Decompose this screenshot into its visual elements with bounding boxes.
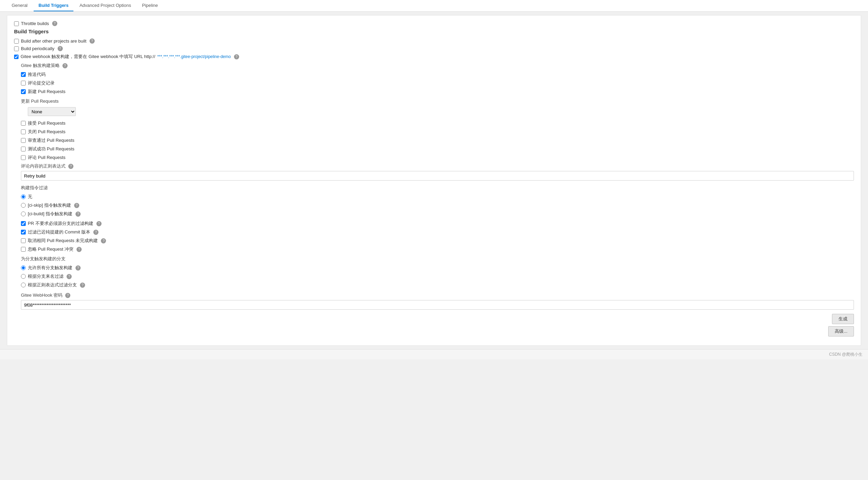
tab-bar: General Build Triggers Advanced Project … — [0, 0, 868, 12]
filter-by-name-radio[interactable] — [21, 274, 26, 279]
review-pr-row: 审查通过 Pull Requests — [21, 137, 854, 144]
allow-all-branch-radio[interactable] — [21, 265, 26, 270]
tab-advanced-project-options[interactable]: Advanced Project Options — [75, 0, 136, 11]
filter-stale-checkbox[interactable] — [21, 230, 26, 235]
comment-pr-checkbox[interactable] — [21, 155, 26, 160]
advanced-button[interactable]: 高级... — [828, 326, 854, 336]
filter-stale-label: 过滤已迟钝提建的 Commit 版本 — [28, 229, 90, 235]
build-after-other-checkbox[interactable] — [14, 39, 19, 44]
ci-skip-row: [ci-skip] 指令触发构建 ? — [21, 202, 854, 208]
filter-by-regex-help-icon[interactable]: ? — [80, 283, 85, 288]
comment-regex-help-icon[interactable]: ? — [68, 164, 73, 169]
pr-no-require-row: PR 不要求必须源分支的过滤构建 ? — [21, 220, 854, 227]
tab-pipeline[interactable]: Pipeline — [137, 0, 163, 11]
build-after-other-row: Build after other projects are built ? — [14, 38, 854, 44]
throttle-builds-help-icon[interactable]: ? — [52, 21, 57, 26]
branch-trigger-title: 为分支触发构建的分支 — [21, 256, 854, 262]
test-pr-label: 测试成功 Pull Requests — [28, 146, 74, 152]
build-after-other-help-icon[interactable]: ? — [90, 38, 95, 44]
test-pr-row: 测试成功 Pull Requests — [21, 146, 854, 152]
webhook-password-section: Gitee WebHook 密码 ? — [21, 292, 854, 310]
tab-general[interactable]: General — [7, 0, 32, 11]
review-pr-checkbox[interactable] — [21, 138, 26, 143]
accept-pr-label: 接受 Pull Requests — [28, 120, 66, 126]
cancel-same-pr-checkbox[interactable] — [21, 238, 26, 243]
close-pr-checkbox[interactable] — [21, 129, 26, 134]
build-periodically-help-icon[interactable]: ? — [58, 46, 63, 51]
ignore-conflict-row: 忽略 Pull Request 冲突 ? — [21, 246, 854, 252]
gitee-webhook-help-icon[interactable]: ? — [234, 54, 239, 59]
test-pr-checkbox[interactable] — [21, 147, 26, 151]
push-code-row: 推送代码 — [21, 71, 854, 78]
comment-regex-input-wrapper — [21, 171, 854, 181]
ci-skip-radio[interactable] — [21, 203, 26, 208]
ci-skip-title: 构建指令过滤 — [21, 185, 854, 191]
ci-build-help-icon[interactable]: ? — [75, 212, 81, 217]
cancel-same-pr-label: 取消相同 Pull Requests 未完成构建 — [28, 238, 98, 244]
cancel-same-pr-help-icon[interactable]: ? — [101, 238, 106, 243]
filter-by-regex-row: 根据正则表达式过滤分支 ? — [21, 282, 854, 288]
content-area: Throttle builds ? Build Triggers Build a… — [7, 15, 861, 346]
gitee-webhook-text-label: Gitee webhook 触发构建，需要在 Gitee webhook 中填写… — [21, 54, 155, 60]
build-periodically-label: Build periodically — [21, 46, 55, 51]
gitee-webhook-url: ***.***.***.***.gitee-project/pipeline-d… — [157, 54, 231, 59]
ci-build-radio[interactable] — [21, 212, 26, 216]
comment-regex-input[interactable] — [21, 171, 854, 181]
webhook-password-help-icon[interactable]: ? — [65, 293, 70, 298]
ci-none-radio[interactable] — [21, 194, 26, 199]
ci-skip-section: 构建指令过滤 无 [ci-skip] 指令触发构建 ? [ci-build] 指… — [21, 185, 854, 217]
filter-stale-row: 过滤已迟钝提建的 Commit 版本 ? — [21, 229, 854, 235]
allow-all-branch-row: 允许所有分支触发构建 ? — [21, 265, 854, 271]
tab-build-triggers[interactable]: Build Triggers — [34, 0, 73, 11]
ci-none-label: 无 — [28, 194, 32, 200]
build-periodically-row: Build periodically ? — [14, 46, 854, 51]
push-code-label: 推送代码 — [28, 71, 46, 78]
close-pr-label: 关闭 Pull Requests — [28, 129, 66, 135]
pr-no-require-label: PR 不要求必须源分支的过滤构建 — [28, 220, 93, 227]
push-code-checkbox[interactable] — [21, 72, 26, 77]
update-pr-select[interactable]: None Option1 Option2 — [28, 107, 76, 116]
build-after-other-label: Build after other projects are built — [21, 38, 86, 44]
page-wrapper: General Build Triggers Advanced Project … — [0, 0, 868, 480]
ci-build-label: [ci-build] 指令触发构建 — [28, 211, 72, 217]
filter-by-name-label: 根据分支来名过滤 — [28, 273, 63, 279]
allow-all-branch-label: 允许所有分支触发构建 — [28, 265, 72, 271]
new-pr-checkbox[interactable] — [21, 89, 26, 94]
build-triggers-title: Build Triggers — [14, 28, 854, 34]
filter-by-name-row: 根据分支来名过滤 ? — [21, 273, 854, 279]
generate-button[interactable]: 生成 — [832, 314, 854, 324]
comment-commit-label: 评论提交记录 — [28, 80, 55, 86]
filter-by-name-help-icon[interactable]: ? — [67, 274, 72, 279]
throttle-builds-checkbox[interactable] — [14, 21, 19, 26]
cancel-same-pr-row: 取消相同 Pull Requests 未完成构建 ? — [21, 238, 854, 244]
pr-no-require-help-icon[interactable]: ? — [96, 221, 102, 226]
branch-trigger-section: 为分支触发构建的分支 允许所有分支触发构建 ? 根据分支来名过滤 ? 根据正则表… — [21, 256, 854, 288]
accept-pr-checkbox[interactable] — [21, 121, 26, 126]
gitee-webhook-checkbox[interactable] — [14, 55, 19, 59]
ignore-conflict-checkbox[interactable] — [21, 247, 26, 252]
footer-bar: CSDN @爬桃小生 — [0, 349, 868, 359]
filter-by-regex-radio[interactable] — [21, 283, 26, 287]
update-pr-select-wrapper: None Option1 Option2 — [28, 107, 854, 116]
footer-text: CSDN @爬桃小生 — [829, 352, 863, 357]
close-pr-row: 关闭 Pull Requests — [21, 129, 854, 135]
accept-pr-row: 接受 Pull Requests — [21, 120, 854, 126]
update-pr-title: 更新 Pull Requests — [21, 98, 854, 104]
pr-no-require-checkbox[interactable] — [21, 221, 26, 226]
gitee-trigger-strategy-help-icon[interactable]: ? — [62, 63, 68, 68]
ci-skip-help-icon[interactable]: ? — [74, 203, 79, 208]
webhook-password-label-row: Gitee WebHook 密码 ? — [21, 292, 854, 298]
webhook-password-input[interactable] — [21, 300, 854, 310]
ci-none-row: 无 — [21, 194, 854, 200]
allow-all-branch-help-icon[interactable]: ? — [75, 265, 81, 271]
pr-required-section: PR 不要求必须源分支的过滤构建 ? 过滤已迟钝提建的 Commit 版本 ? … — [21, 220, 854, 252]
build-periodically-checkbox[interactable] — [14, 46, 19, 51]
filter-stale-help-icon[interactable]: ? — [93, 230, 98, 235]
filter-by-regex-label: 根据正则表达式过滤分支 — [28, 282, 77, 288]
gitee-trigger-strategy-title: Gitee 触发构建策略 ? — [21, 62, 854, 69]
ignore-conflict-help-icon[interactable]: ? — [77, 247, 82, 252]
gitee-trigger-strategy-section: Gitee 触发构建策略 ? 推送代码 评论提交记录 新建 Pull Reque… — [21, 62, 854, 336]
comment-pr-row: 评论 Pull Requests — [21, 155, 854, 161]
comment-commit-checkbox[interactable] — [21, 81, 26, 85]
new-pr-row: 新建 Pull Requests — [21, 89, 854, 95]
